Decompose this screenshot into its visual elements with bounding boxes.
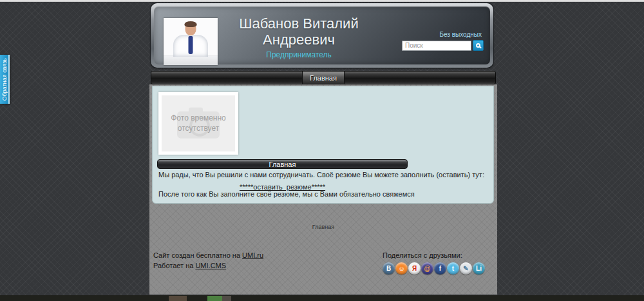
- footer-nav-glavnaya[interactable]: Главная: [149, 224, 497, 230]
- photo-placeholder: Фото временно отсутствует: [158, 92, 238, 155]
- photo-desk: [164, 55, 218, 65]
- umi-ru-link[interactable]: UMI.ru: [242, 251, 263, 259]
- search-box: [402, 40, 484, 51]
- social-twitter-icon[interactable]: t: [447, 262, 459, 275]
- schedule-note: Без выходных: [439, 31, 482, 38]
- taskbar-fragment: [222, 296, 231, 301]
- photo-placeholder-inner: Фото временно отсутствует: [162, 95, 235, 151]
- photo-placeholder-text: Фото временно отсутствует: [162, 113, 235, 133]
- taskbar-edge: [0, 295, 644, 301]
- search-input[interactable]: [402, 41, 471, 51]
- intro-paragraph: Мы рады, что Вы решили с нами сотруднича…: [158, 171, 484, 179]
- search-button[interactable]: [473, 40, 484, 51]
- main-nav: Главная: [151, 71, 496, 84]
- credit1-text: Сайт создан бесплатно на: [153, 251, 242, 259]
- share-label: Поделиться с друзьями:: [383, 251, 492, 259]
- site-header: Шабанов Виталий Андреевич Предпринимател…: [151, 3, 493, 68]
- photo-tie: [189, 36, 193, 54]
- content-area: Фото временно отсутствует Главная Мы рад…: [152, 86, 494, 204]
- profile-photo: [164, 18, 218, 65]
- credit2-text: Работает на: [153, 262, 195, 269]
- feedback-tab-label: Обратная связь: [1, 58, 8, 101]
- site-header-inner: Шабанов Виталий Андреевич Предпринимател…: [154, 6, 490, 64]
- social-vkontakte-icon[interactable]: В: [383, 262, 395, 275]
- main-column: Шабанов Виталий Андреевич Предпринимател…: [149, 0, 497, 301]
- photo-head: [185, 23, 196, 35]
- social-facebook-icon[interactable]: f: [434, 262, 446, 275]
- feedback-tab[interactable]: Обратная связь: [0, 55, 10, 104]
- title-block: Шабанов Виталий Андреевич Предпринимател…: [218, 15, 379, 59]
- page-background: Обратная связь Шабанов Виталий Андреевич…: [0, 0, 644, 301]
- share-block: Поделиться с друзьями: В ☺ Я @ f t ✎ Li: [383, 251, 492, 275]
- nav-item-glavnaya[interactable]: Главная: [302, 72, 345, 84]
- taskbar-fragment: [207, 296, 222, 301]
- taskbar-fragment: [169, 296, 187, 301]
- site-title: Шабанов Виталий Андреевич: [218, 15, 379, 48]
- social-mail-ru-icon[interactable]: @: [421, 262, 433, 275]
- section-heading: Главная: [157, 159, 408, 169]
- social-yandex-icon[interactable]: Я: [408, 262, 421, 275]
- social-odnoklassniki-icon[interactable]: ☺: [395, 262, 408, 275]
- section-heading-label: Главная: [269, 160, 296, 168]
- social-liveinternet-icon[interactable]: Li: [473, 262, 485, 275]
- followup-paragraph: После того как Вы заполните своё резюме,…: [158, 190, 415, 198]
- site-subtitle: Предприниматель: [218, 50, 379, 59]
- content-wrap: Фото временно отсутствует Главная Мы рад…: [149, 84, 497, 295]
- social-livejournal-icon[interactable]: ✎: [460, 262, 472, 275]
- search-icon: [476, 43, 480, 48]
- footer: Сайт создан бесплатно на UMI.ru Работает…: [153, 251, 495, 272]
- umi-cms-link[interactable]: UMI.CMS: [195, 262, 226, 269]
- social-icons-row: В ☺ Я @ f t ✎ Li: [383, 262, 492, 275]
